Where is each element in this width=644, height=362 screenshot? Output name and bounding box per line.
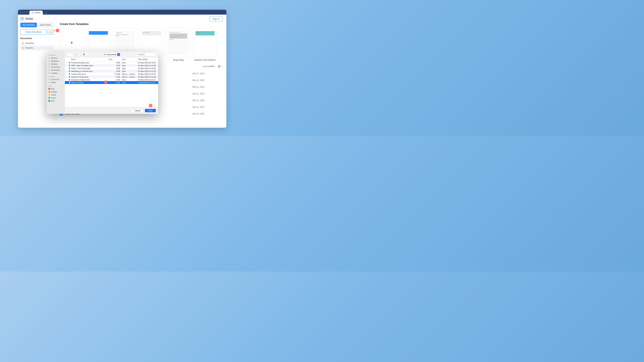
drive-icon [48, 78, 50, 80]
app-title: Writer [20, 16, 54, 23]
dialog-toolbar: ‹ › ⌄ ⌄ Documents ⇅ [65, 51, 158, 57]
dlg-side-item[interactable]: Creative… [48, 71, 64, 75]
column-headers: Name Size Kind Date Added [65, 57, 158, 61]
tag-dot-icon [48, 88, 50, 90]
tab-label: Home [35, 11, 40, 14]
open-button[interactable]: Open [145, 109, 156, 112]
col-size[interactable]: Size [109, 58, 122, 60]
svg-point-14 [49, 57, 50, 59]
dlg-side-item[interactable]: Recents [48, 56, 64, 59]
search-field[interactable] [135, 53, 156, 56]
clock-icon [22, 47, 24, 49]
file-row[interactable]: Employee Details.zdoc2 KBzdoc01-Mar-2023… [65, 78, 158, 81]
view-toggle[interactable] [218, 65, 223, 67]
file-icon [68, 67, 70, 69]
template-trip-checklist[interactable]: Business Trip Checklist☐ item☐ item [193, 28, 217, 57]
file-row[interactable]: Asset List.zdoc2 KBzdoc01-Mar-2023 at 12… [65, 81, 158, 84]
dlg-side-item[interactable]: iCloud Dri… [48, 78, 64, 81]
template-label: Simple Blog [173, 59, 184, 61]
search-input[interactable] [139, 53, 155, 55]
file-row[interactable]: Offer Letter Template.zdoc2 KBzdoc01-Mar… [65, 64, 158, 67]
file-icon [68, 73, 70, 75]
template-label: Business Trip Checklist [194, 59, 215, 61]
grid-view-button[interactable]: ⌄ [82, 53, 88, 56]
dlg-tag-item[interactable]: Orange [48, 90, 64, 93]
location-dropdown[interactable]: Documents ⇅ [103, 53, 120, 56]
open-folder-button[interactable] [48, 29, 54, 35]
folder-icon [104, 53, 106, 55]
sidebar-item-favorites[interactable]: Favorites [20, 41, 54, 45]
template-simple-blog[interactable]: [Enter Your Blog Title Here][Heading 1] [166, 28, 190, 57]
sidebar-item-recents[interactable]: Recents [20, 45, 54, 50]
dlg-side-item[interactable]: Documents [48, 65, 64, 68]
svg-rect-34 [69, 70, 70, 72]
svg-rect-35 [69, 73, 70, 75]
svg-rect-4 [219, 65, 220, 66]
dlg-side-item[interactable]: Applicatio… [48, 59, 64, 62]
search-icon [136, 53, 138, 55]
create-new-blank-button[interactable]: Create New Blank [20, 29, 46, 35]
documents-heading: Documents [20, 37, 54, 39]
list-view-button[interactable]: ⌄ [74, 53, 80, 56]
dlg-tag-item[interactable]: Yellow [48, 93, 64, 96]
svg-rect-33 [69, 67, 70, 69]
svg-rect-27 [83, 55, 84, 55]
sign-in-button[interactable]: Sign In [210, 16, 223, 21]
file-row[interactable]: Latest in ML.docx7.2 MBMicros…(.docx)01-… [65, 72, 158, 75]
svg-rect-20 [49, 79, 50, 80]
svg-rect-36 [69, 76, 70, 77]
dlg-tag-item[interactable]: Green [48, 96, 64, 99]
grid-icon [218, 65, 220, 67]
updown-icon: ⇅ [117, 53, 120, 56]
cancel-button[interactable]: Cancel [132, 109, 144, 112]
sort-icon [76, 58, 78, 60]
col-date[interactable]: Date Added [138, 58, 156, 60]
svg-rect-3 [218, 65, 219, 66]
svg-rect-21 [49, 82, 50, 83]
svg-point-29 [137, 54, 138, 55]
callout-1: 1 [56, 29, 59, 32]
file-row[interactable]: Marketing in General.zdoc3 KBzdoc01-Mar-… [65, 70, 158, 72]
traffic-lights[interactable] [20, 11, 28, 13]
svg-marker-1 [22, 42, 24, 44]
dlg-tag-item[interactable]: Blue [48, 99, 64, 102]
file-row[interactable]: Pricing Template.zdoc4 KBzdoc01-Mar-2023… [65, 61, 158, 64]
col-kind[interactable]: Kind [122, 58, 138, 60]
open-file-dialog: Favourites RecentsApplicatio…DesktopDocu… [46, 51, 158, 114]
file-row[interactable]: Novel - First Copy.zdoc3 KBzdoc01-Mar-20… [65, 67, 158, 70]
folder-icon [48, 66, 50, 68]
tag-dot-icon [48, 100, 50, 102]
callout-2: 2 [104, 81, 107, 84]
dlg-side-item[interactable]: Downloads [48, 68, 64, 71]
seg-zoho-cloud[interactable]: Zoho Cloud [37, 23, 54, 27]
file-icon [68, 61, 70, 64]
nav-forward-button[interactable]: › [70, 53, 73, 56]
writer-app-icon [20, 17, 24, 21]
folder-open-icon [49, 31, 52, 33]
dlg-side-item[interactable]: Writer [48, 81, 64, 84]
svg-rect-5 [218, 66, 219, 67]
tab-home[interactable]: Home [29, 10, 43, 14]
tag-dot-icon [48, 91, 50, 93]
download-icon [48, 69, 50, 71]
storage-segmented: My Computer Zoho Cloud [20, 23, 54, 27]
desktop-icon [48, 63, 50, 65]
file-icon [68, 79, 70, 81]
creative-icon [48, 72, 50, 74]
file-icon [68, 64, 70, 67]
nav-back-button[interactable]: ‹ [67, 53, 70, 56]
svg-rect-32 [69, 65, 70, 66]
tag-dot-icon [48, 94, 50, 96]
file-icon [68, 81, 70, 84]
svg-rect-28 [84, 55, 85, 55]
new-tab-button[interactable]: + [44, 11, 48, 14]
templates-heading: Create from Templates [60, 23, 223, 26]
dlg-tag-item[interactable]: Red [48, 87, 64, 90]
col-name[interactable]: Name [71, 58, 109, 60]
file-row[interactable]: Industry Trends.docx9 KBMicros…(.docx)01… [65, 75, 158, 78]
seg-my-computer[interactable]: My Computer [20, 23, 37, 27]
svg-point-17 [49, 66, 50, 68]
svg-rect-0 [21, 17, 24, 20]
dlg-side-item[interactable]: Desktop [48, 62, 64, 65]
svg-rect-31 [69, 62, 70, 63]
